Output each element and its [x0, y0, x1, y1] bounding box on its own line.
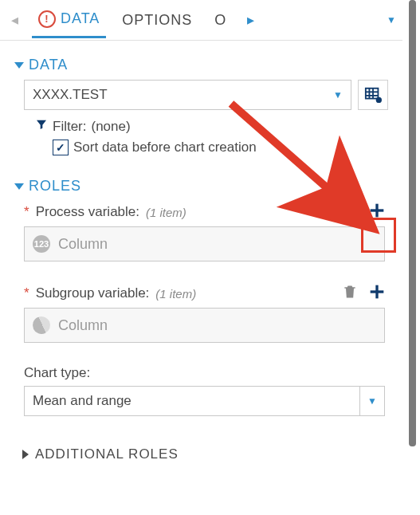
section-roles-header[interactable]: ROLES: [14, 178, 388, 195]
svg-point-5: [377, 98, 382, 103]
filter-icon[interactable]: [35, 118, 48, 135]
tab-menu[interactable]: ▼: [387, 14, 396, 26]
chevron-down-icon: ▼: [359, 387, 384, 415]
tab-data-label: DATA: [61, 10, 100, 27]
scroll-thumb[interactable]: [409, 0, 416, 446]
subgroup-variable-label: Subgroup variable:: [36, 285, 150, 301]
process-variable-count: (1 item): [146, 206, 186, 219]
svg-rect-7: [371, 209, 384, 211]
process-variable-placeholder: Column: [58, 236, 108, 253]
svg-rect-0: [366, 88, 379, 99]
section-roles-title: ROLES: [29, 178, 81, 195]
tab-scroll-right[interactable]: ▸: [242, 11, 258, 29]
required-marker: *: [24, 285, 29, 301]
svg-rect-9: [371, 290, 384, 293]
filter-value: (none): [92, 119, 131, 135]
process-variable-dropzone[interactable]: 123 Column: [24, 226, 385, 261]
subgroup-variable-dropzone[interactable]: Column: [24, 308, 385, 343]
caret-down-icon: [14, 62, 24, 69]
chart-type-value: Mean and range: [25, 393, 359, 409]
delete-subgroup-variable-button[interactable]: [342, 284, 358, 303]
annotation-highlight-box: [361, 218, 396, 253]
chevron-down-icon: ▼: [325, 89, 351, 100]
sort-label: Sort data before chart creation: [73, 140, 257, 155]
required-marker: *: [24, 204, 29, 220]
section-additional-roles-header[interactable]: ADDITIONAL ROLES: [22, 446, 388, 462]
delete-process-variable-button[interactable]: [342, 202, 358, 222]
add-subgroup-variable-button[interactable]: [369, 284, 385, 303]
subgroup-variable-placeholder: Column: [58, 317, 108, 334]
numeric-icon: 123: [33, 235, 50, 253]
warning-icon: !: [38, 10, 56, 28]
tab-strip: ◂ ! DATA OPTIONS O ▸ ▼: [0, 0, 402, 41]
data-table-value: XXXX.TEST: [25, 87, 325, 103]
sort-checkbox[interactable]: ✓: [53, 140, 69, 155]
tab-scroll-left[interactable]: ◂: [6, 11, 22, 29]
section-data-header[interactable]: DATA: [14, 57, 388, 73]
process-variable-label: Process variable:: [36, 204, 139, 220]
caret-down-icon: [14, 183, 24, 190]
chart-type-label: Chart type:: [24, 365, 90, 381]
tab-overflow[interactable]: O: [208, 4, 233, 37]
filter-label: Filter:: [53, 119, 87, 135]
chart-type-combo[interactable]: Mean and range ▼: [24, 386, 385, 416]
select-table-button[interactable]: [358, 80, 388, 110]
tab-data[interactable]: ! DATA: [32, 2, 106, 38]
scrollbar[interactable]: [402, 0, 420, 515]
section-additional-roles-title: ADDITIONAL ROLES: [35, 446, 179, 462]
tab-options[interactable]: OPTIONS: [116, 4, 198, 37]
caret-right-icon: [22, 450, 29, 459]
data-table-combo[interactable]: XXXX.TEST ▼: [24, 80, 351, 110]
subgroup-variable-count: (1 item): [155, 287, 196, 301]
category-icon: [29, 313, 53, 336]
section-data-title: DATA: [29, 57, 68, 73]
